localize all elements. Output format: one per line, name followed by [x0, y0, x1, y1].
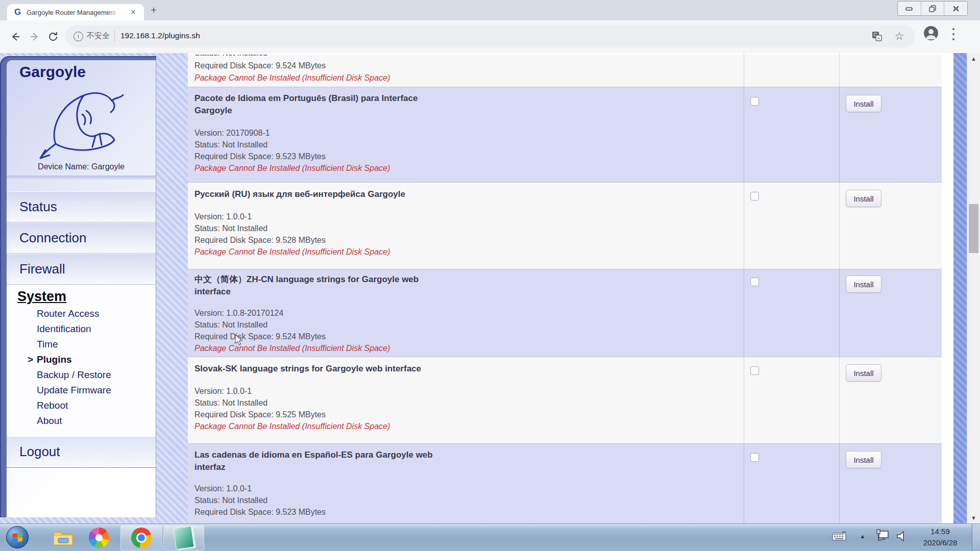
sidebar-item-logout[interactable]: Logout	[7, 437, 156, 468]
network-icon[interactable]	[874, 529, 891, 543]
windows-logo-icon	[12, 533, 22, 542]
address-bar[interactable]: i 不安全 192.168.1.2/plugins.sh GA ☆	[65, 25, 915, 47]
taskbar-notepad-button[interactable]	[163, 525, 204, 550]
package-status: Status: Not Installed	[194, 495, 267, 506]
window-controls	[897, 1, 968, 16]
web-page: Gargoyle Device Name: Gargoyle	[0, 53, 980, 523]
scrollbar-thumb[interactable]	[969, 204, 978, 253]
table-column-divider	[839, 53, 840, 523]
install-button[interactable]: Install	[846, 190, 881, 207]
sidebar-item-identification[interactable]: Identification	[37, 323, 149, 337]
package-version: Version: 1.0.0-1	[194, 211, 252, 222]
sidebar-section-system: System Router Access Identification Time…	[7, 285, 156, 437]
package-version: Version: 20170908-1	[194, 128, 270, 139]
sidebar-item-connection[interactable]: Connection	[7, 222, 156, 254]
input-method-icon[interactable]	[831, 531, 847, 541]
package-error: Package Cannot Be Installed (Insufficien…	[194, 246, 390, 258]
sidebar: Gargoyle Device Name: Gargoyle	[7, 60, 156, 517]
package-error: Package Cannot Be Installed (Insufficien…	[194, 72, 390, 84]
package-checkbox[interactable]	[750, 366, 759, 375]
install-button[interactable]: Install	[846, 364, 881, 382]
package-version: Version: 1.0.8-20170124	[194, 308, 283, 319]
package-status: Status: Not Installed	[194, 319, 267, 331]
package-row: Pacote de Idioma em Português (Brasil) p…	[188, 87, 942, 183]
striped-border-right	[953, 53, 967, 523]
clock-time: 14:59	[914, 526, 967, 537]
sidebar-item-status[interactable]: Status	[7, 191, 156, 222]
close-button[interactable]	[944, 2, 967, 15]
sidebar-item-backup-restore[interactable]: Backup / Restore	[37, 369, 149, 383]
taskbar-clock[interactable]: 14:59 2020/6/28	[914, 526, 967, 549]
sidebar-item-time[interactable]: Time	[37, 339, 149, 352]
show-desktop-button[interactable]	[972, 524, 980, 551]
chrome-icon	[131, 528, 152, 548]
package-error: Package Cannot Be Installed (Insufficien…	[194, 343, 390, 354]
back-icon[interactable]	[7, 29, 23, 45]
browser-tab[interactable]: G Gargoyle Router Management ×	[7, 4, 144, 20]
translate-icon[interactable]: GA	[870, 30, 884, 42]
package-title: Slovak-SK language strings for Gargoyle …	[194, 363, 552, 375]
browser-titlebar: G Gargoyle Router Management × +	[0, 0, 980, 20]
svg-text:A: A	[877, 36, 880, 41]
taskbar-chrome-button[interactable]	[120, 525, 162, 550]
package-title: Pacote de Idioma em Português (Brasil) p…	[194, 92, 552, 117]
taskbar-explorer-button[interactable]	[47, 525, 80, 550]
forward-icon[interactable]	[27, 29, 43, 45]
clock-date: 2020/6/28	[914, 537, 967, 548]
tray-expand-icon[interactable]: ▲	[856, 533, 869, 539]
package-disk-space: Required Disk Space: 9.528 MBytes	[194, 235, 326, 246]
package-version: Version: 1.0.0-1	[194, 386, 252, 397]
notepad-icon	[173, 526, 194, 550]
reload-icon[interactable]	[45, 29, 61, 45]
package-checkbox[interactable]	[750, 453, 759, 462]
package-status: Status: Not Installed	[194, 139, 267, 151]
package-disk-space: Required Disk Space: 9.524 MBytes	[194, 60, 326, 71]
package-disk-space: Required Disk Space: 9.525 MBytes	[194, 409, 326, 420]
scroll-up-icon[interactable]: ▲	[967, 56, 980, 62]
package-disk-space: Required Disk Space: 9.523 MBytes	[194, 507, 326, 518]
sidebar-item-about[interactable]: About	[37, 415, 149, 429]
restore-button[interactable]	[921, 2, 945, 15]
sidebar-item-system[interactable]: System	[17, 289, 66, 305]
package-row: 中文（简体）ZH-CN language strings for Gargoyl…	[188, 269, 942, 357]
browser-menu-icon[interactable]	[950, 27, 957, 41]
url-text[interactable]: 192.168.1.2/plugins.sh	[120, 31, 200, 40]
page-info-icon[interactable]: i	[74, 32, 83, 41]
install-button[interactable]: Install	[846, 95, 881, 112]
taskbar-browser-pinwheel-button[interactable]	[83, 525, 115, 550]
sidebar-item-plugins[interactable]: >Plugins	[37, 354, 149, 367]
package-title: Las cadenas de idioma en Español-ES para…	[194, 449, 552, 473]
new-tab-button[interactable]: +	[148, 5, 159, 16]
mouse-cursor	[234, 334, 246, 348]
pinwheel-browser-icon	[89, 528, 109, 548]
package-version: Version: 1.0.0-1	[194, 483, 252, 494]
start-button[interactable]	[6, 526, 29, 548]
package-checkbox[interactable]	[750, 192, 759, 201]
profile-avatar[interactable]	[924, 26, 938, 40]
table-column-divider	[744, 53, 744, 523]
gargoyle-favicon-icon: G	[14, 8, 23, 17]
tab-close-icon[interactable]: ×	[129, 8, 138, 17]
page-scrollbar[interactable]: ▲ ▼	[967, 53, 980, 523]
sidebar-item-reboot[interactable]: Reboot	[37, 400, 149, 413]
sidebar-item-update-firmware[interactable]: Update Firmware	[37, 385, 149, 398]
package-error: Package Cannot Be Installed (Insufficien…	[194, 163, 390, 174]
taskbar: ▲ 14:59 2020/6/28	[0, 523, 980, 551]
sidebar-item-firewall[interactable]: Firewall	[7, 254, 156, 285]
scroll-down-icon[interactable]: ▼	[967, 515, 980, 521]
install-button[interactable]: Install	[846, 276, 881, 293]
active-item-marker: >	[28, 354, 33, 365]
package-error: Package Cannot Be Installed (Insufficien…	[194, 421, 390, 432]
minimize-button[interactable]	[898, 2, 921, 15]
package-checkbox[interactable]	[750, 97, 759, 106]
sidebar-divider-band	[7, 176, 156, 180]
bookmark-star-icon[interactable]: ☆	[892, 30, 906, 42]
volume-icon[interactable]	[894, 530, 910, 542]
gargoyle-logo	[35, 83, 127, 162]
package-status: Status: Not Installed	[194, 55, 267, 59]
package-disk-space: Required Disk Space: 9.524 MBytes	[194, 331, 326, 342]
install-button[interactable]: Install	[846, 451, 881, 468]
sidebar-item-router-access[interactable]: Router Access	[37, 308, 149, 321]
package-checkbox[interactable]	[750, 278, 759, 286]
security-label: 不安全	[87, 31, 110, 41]
